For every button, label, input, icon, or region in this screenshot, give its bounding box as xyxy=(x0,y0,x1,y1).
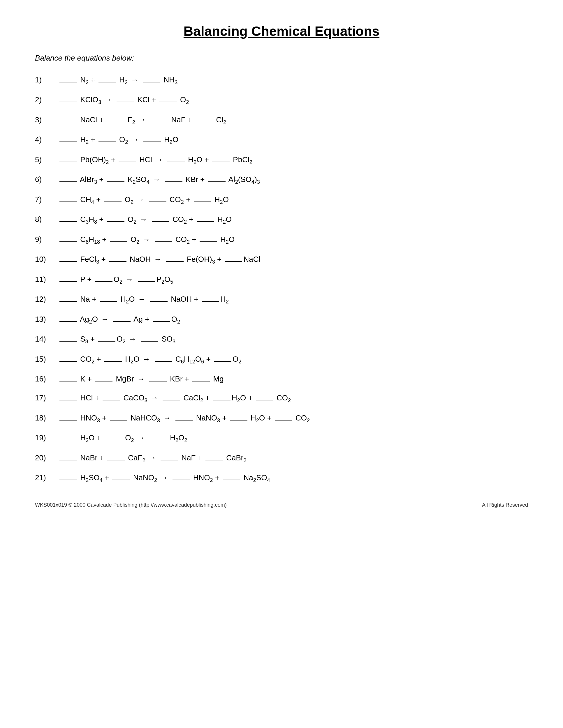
blank xyxy=(98,82,116,82)
eq-body-19: H2O + O2 → H2O2 xyxy=(58,432,187,444)
blank xyxy=(109,261,126,262)
blank xyxy=(59,341,77,342)
blank xyxy=(59,181,77,182)
eq-body-12: Na + H2O → NaOH + H2 xyxy=(58,294,229,306)
equation-8: 8) C3H8 + O2 → CO2 + H2O xyxy=(35,214,528,226)
eq-body-13: Ag2O → Ag + O2 xyxy=(58,314,180,326)
blank xyxy=(195,122,213,122)
blank xyxy=(166,261,183,262)
eq-body-8: C3H8 + O2 → CO2 + H2O xyxy=(58,214,232,226)
blank xyxy=(59,281,77,282)
blank xyxy=(223,480,240,480)
blank xyxy=(104,361,122,362)
blank xyxy=(59,301,77,302)
blank xyxy=(212,162,229,162)
eq-body-6: AlBr3 + K2SO4 → KBr + Al2(SO4)3 xyxy=(58,174,260,186)
blank xyxy=(167,162,185,162)
eq-body-15: CO2 + H2O → C6H12O6 + O2 xyxy=(58,354,241,366)
blank xyxy=(95,281,112,282)
blank xyxy=(155,361,172,362)
eq-num-18: 18) xyxy=(35,412,58,424)
blank xyxy=(59,261,77,262)
eq-num-21: 21) xyxy=(35,472,58,483)
instructions: Balance the equations below: xyxy=(35,54,528,63)
eq-num-15: 15) xyxy=(35,354,58,365)
eq-num-17: 17) xyxy=(35,392,58,404)
blank xyxy=(213,400,230,400)
blank xyxy=(59,82,77,82)
blank xyxy=(197,221,214,222)
blank xyxy=(59,381,77,381)
blank xyxy=(155,241,172,242)
blank xyxy=(104,202,121,202)
eq-num-4: 4) xyxy=(35,134,58,145)
blank xyxy=(138,281,155,282)
blank xyxy=(149,381,167,381)
blank xyxy=(59,440,77,440)
eq-num-11: 11) xyxy=(35,274,58,285)
page-title: Balancing Chemical Equations xyxy=(35,23,528,39)
eq-body-9: C8H18 + O2 → CO2 + H2O xyxy=(58,234,234,246)
blank xyxy=(98,142,116,142)
blank xyxy=(149,202,166,202)
blank xyxy=(59,221,77,222)
eq-num-6: 6) xyxy=(35,174,58,185)
equation-2: 2) KClO3 → KCl + O2 xyxy=(35,94,528,106)
equation-21: 21) H2SO4 + NaNO2 → HNO2 + Na2SO4 xyxy=(35,472,528,484)
eq-body-18: HNO3 + NaHCO3 → NaNO3 + H2O + CO2 xyxy=(58,412,310,425)
blank xyxy=(59,202,77,202)
blank xyxy=(103,400,120,400)
equation-15: 15) CO2 + H2O → C6H12O6 + O2 xyxy=(35,354,528,366)
equation-9: 9) C8H18 + O2 → CO2 + H2O xyxy=(35,234,528,246)
eq-body-1: N2 + H2 → NH3 xyxy=(58,74,177,86)
blank xyxy=(95,381,112,381)
eq-body-11: P + O2 → P2O5 xyxy=(58,274,173,286)
equation-13: 13) Ag2O → Ag + O2 xyxy=(35,314,528,326)
equations-list: 1) N2 + H2 → NH3 2) KClO3 → KCl + O2 3) … xyxy=(35,74,528,485)
blank xyxy=(150,301,167,302)
eq-body-21: H2SO4 + NaNO2 → HNO2 + Na2SO4 xyxy=(58,472,270,484)
blank xyxy=(104,440,122,440)
blank xyxy=(143,82,160,82)
blank xyxy=(59,162,77,162)
eq-body-10: FeCl3 + NaOH → Fe(OH)3 + NaCl xyxy=(58,254,260,266)
blank xyxy=(112,480,130,480)
equation-17: 17) HCl + CaCO3 → CaCl2 + H2O + CO2 xyxy=(35,392,528,404)
blank xyxy=(107,460,125,460)
equation-1: 1) N2 + H2 → NH3 xyxy=(35,74,528,86)
blank xyxy=(116,102,134,102)
equation-14: 14) S8 + O2 → SO3 xyxy=(35,333,528,346)
blank xyxy=(225,261,242,262)
equation-10: 10) FeCl3 + NaOH → Fe(OH)3 + NaCl xyxy=(35,254,528,266)
equation-4: 4) H2 + O2 → H2O xyxy=(35,134,528,146)
blank xyxy=(59,241,77,242)
eq-num-8: 8) xyxy=(35,214,58,225)
eq-num-20: 20) xyxy=(35,452,58,464)
eq-num-5: 5) xyxy=(35,154,58,165)
blank xyxy=(165,181,182,182)
equation-20: 20) NaBr + CaF2 → NaF + CaBr2 xyxy=(35,452,528,464)
blank xyxy=(59,122,77,122)
eq-num-2: 2) xyxy=(35,94,58,105)
blank xyxy=(199,241,217,242)
eq-body-17: HCl + CaCO3 → CaCl2 + H2O + CO2 xyxy=(58,392,291,404)
footer: WKS001x019 © 2000 Cavalcade Publishing (… xyxy=(35,502,528,508)
blank xyxy=(202,301,219,302)
eq-body-2: KClO3 → KCl + O2 xyxy=(58,94,189,106)
blank xyxy=(256,400,273,400)
eq-body-5: Pb(OH)2 + HCl → H2O + PbCl2 xyxy=(58,154,252,166)
blank xyxy=(172,480,190,480)
equation-6: 6) AlBr3 + K2SO4 → KBr + Al2(SO4)3 xyxy=(35,174,528,186)
blank xyxy=(110,420,127,420)
blank xyxy=(143,142,161,142)
blank xyxy=(59,321,77,322)
blank xyxy=(275,420,292,420)
blank xyxy=(59,480,77,480)
blank xyxy=(149,440,167,440)
blank xyxy=(194,202,211,202)
eq-body-16: K + MgBr → KBr + Mg xyxy=(58,373,224,385)
eq-num-13: 13) xyxy=(35,314,58,325)
equation-18: 18) HNO3 + NaHCO3 → NaNO3 + H2O + CO2 xyxy=(35,412,528,425)
blank xyxy=(107,181,124,182)
blank xyxy=(59,361,77,362)
